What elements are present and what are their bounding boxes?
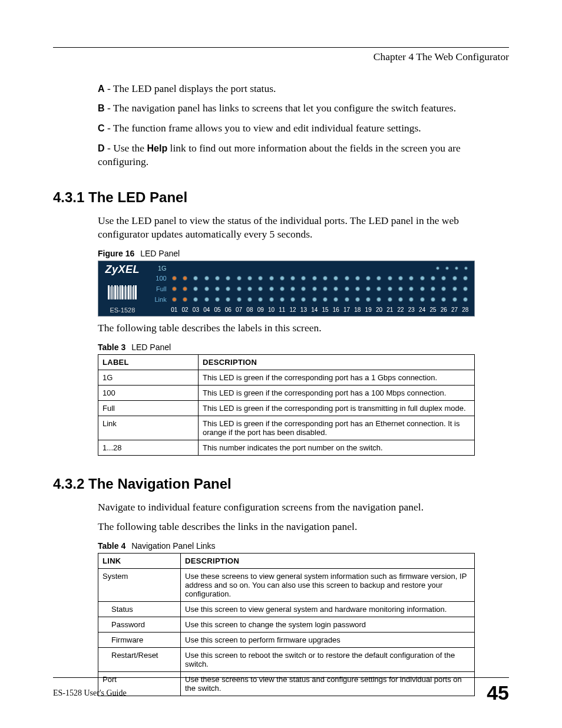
figure-caption-text: LED Panel — [140, 249, 180, 258]
led-cell — [180, 276, 190, 281]
cell-label: 1G — [98, 370, 199, 385]
led-dot-icon — [183, 276, 187, 281]
led-dot-icon — [431, 297, 435, 302]
port-number: 21 — [385, 307, 395, 313]
led-cell — [460, 276, 471, 281]
led-panel-figure: ZyXEL ES-1528 1G 100 Full — [98, 261, 475, 317]
led-dot-icon — [441, 286, 446, 291]
text-d-pre: - Use the — [105, 142, 147, 154]
led-spacer — [273, 266, 282, 270]
led-dot-icon — [312, 286, 317, 291]
led-dot-icon — [464, 266, 468, 270]
intro-b: B - The navigation panel has links to sc… — [98, 101, 509, 116]
led-cell — [363, 297, 373, 302]
led-cell — [341, 286, 352, 291]
led-cell — [417, 286, 428, 291]
led-cell — [277, 286, 287, 291]
led-cell — [169, 286, 180, 291]
led-dot-icon — [290, 286, 295, 291]
led-cell — [223, 276, 233, 281]
led-dot-icon — [355, 286, 360, 291]
port-number: 27 — [449, 307, 459, 313]
led-dot-icon — [301, 297, 306, 302]
port-number: 05 — [212, 307, 223, 313]
section-nav-panel-heading: 4.3.2 The Navigation Panel — [53, 476, 509, 492]
intro-d: D - Use the Help link to find out more i… — [98, 141, 509, 169]
led-dot-icon — [431, 286, 435, 291]
cell-label: Link — [98, 416, 199, 440]
cell-desc: This LED is green if the corresponding p… — [199, 385, 475, 400]
port-number: 09 — [255, 307, 266, 313]
led-dot-icon — [398, 286, 403, 291]
led-cell — [169, 297, 180, 302]
port-number: 25 — [428, 307, 438, 313]
text-c: - The function frame allows you to view … — [105, 122, 421, 134]
port-number: 10 — [266, 307, 276, 313]
led-cell — [298, 276, 309, 281]
port-number: 06 — [223, 307, 233, 313]
port-number: 02 — [180, 307, 190, 313]
led-spacer — [282, 266, 292, 270]
led-cell — [266, 286, 276, 291]
cell-desc: Use these screens to view general system… — [181, 568, 475, 601]
led-cell — [277, 297, 287, 302]
led-dot-icon — [420, 297, 425, 302]
led-dot-icon — [280, 276, 285, 281]
led-dot-icon — [237, 276, 242, 281]
led-dot-icon — [215, 286, 220, 291]
led-dot-icon — [345, 276, 349, 281]
text-a: - The LED panel displays the port status… — [105, 83, 276, 94]
cell-desc: Use this screen to view general system a… — [181, 601, 475, 617]
led-spacer — [367, 266, 376, 270]
port-number: 28 — [460, 307, 471, 313]
led-cell — [190, 276, 201, 281]
led-spacer — [263, 266, 273, 270]
led-spacer — [244, 266, 254, 270]
row-label-full: Full — [147, 285, 167, 292]
led-dot-icon — [452, 276, 457, 281]
led-dot-icon — [193, 297, 198, 302]
port-number: 07 — [233, 307, 244, 313]
section2-para2: The following table describes the links … — [98, 520, 509, 534]
th-desc2: DESCRIPTION — [181, 553, 475, 568]
port-number: 26 — [438, 307, 449, 313]
led-cell — [212, 297, 223, 302]
led-dot-icon — [226, 276, 230, 281]
led-dot-icon — [436, 266, 439, 270]
led-cell — [244, 286, 255, 291]
led-cell — [385, 276, 395, 281]
led-cell — [373, 286, 384, 291]
led-spacer — [216, 266, 226, 270]
section2-para1: Navigate to individual feature configura… — [98, 500, 509, 515]
led-cell — [233, 297, 244, 302]
table-row: FullThis LED is green if the correspondi… — [98, 400, 475, 416]
port-number: 18 — [352, 307, 363, 313]
led-dot-icon — [269, 286, 274, 291]
intro-c: C - The function frame allows you to vie… — [98, 121, 509, 136]
th-desc: DESCRIPTION — [199, 354, 475, 370]
led-cell — [449, 276, 459, 281]
led-cell — [363, 286, 373, 291]
led-cell — [385, 286, 395, 291]
led-cell — [341, 276, 352, 281]
led-dot-icon — [269, 276, 274, 281]
table-row: 1GThis LED is green if the corresponding… — [98, 370, 475, 385]
led-cell — [461, 266, 471, 270]
led-dot-icon — [226, 286, 230, 291]
led-cell — [169, 276, 180, 281]
led-dot-icon — [323, 297, 328, 302]
led-cell — [320, 286, 330, 291]
led-cell — [266, 297, 276, 302]
port-number: 04 — [201, 307, 212, 313]
led-dot-icon — [388, 276, 392, 281]
cell-label: 100 — [98, 385, 199, 400]
led-cell — [373, 297, 384, 302]
led-cell — [201, 286, 212, 291]
led-dot-icon — [452, 297, 457, 302]
led-dot-icon — [355, 276, 360, 281]
cell-desc: Use this screen to perform firmware upgr… — [181, 632, 475, 647]
led-dot-icon — [247, 286, 252, 291]
page-footer: ES-1528 User's Guide 45 — [53, 677, 509, 704]
led-dot-icon — [183, 297, 187, 302]
led-cell — [406, 286, 416, 291]
